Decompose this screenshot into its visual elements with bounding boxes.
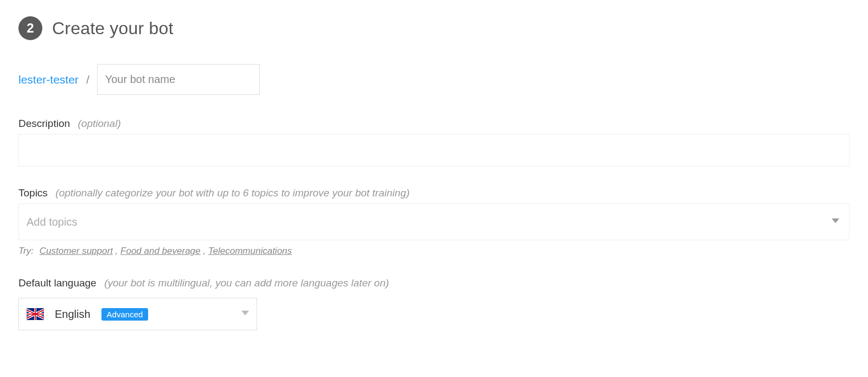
- org-link[interactable]: lester-tester: [18, 73, 79, 86]
- language-label: Default language: [18, 277, 97, 289]
- topic-suggestion[interactable]: Customer support: [40, 246, 113, 256]
- language-hint: (your bot is multilingual, you can add m…: [104, 277, 389, 289]
- description-label: Description: [18, 118, 70, 129]
- topics-select[interactable]: [18, 203, 850, 240]
- language-select[interactable]: English Advanced: [18, 298, 257, 330]
- step-number-badge: 2: [18, 16, 42, 40]
- topics-try-label: Try:: [18, 246, 34, 256]
- topic-suggestion[interactable]: Telecommunications: [208, 246, 292, 256]
- language-selected: English: [55, 308, 91, 321]
- language-badge: Advanced: [101, 308, 149, 321]
- topics-hint: (optionally categorize your bot with up …: [55, 187, 410, 199]
- flag-uk-icon: [27, 308, 44, 320]
- description-hint: (optional): [78, 118, 121, 129]
- topics-label: Topics: [18, 187, 48, 199]
- caret-down-icon[interactable]: [822, 217, 849, 227]
- topics-input[interactable]: [19, 206, 822, 238]
- topic-suggestion[interactable]: Food and beverage: [120, 246, 200, 256]
- bot-name-input[interactable]: [97, 64, 260, 95]
- description-input[interactable]: [18, 134, 850, 167]
- caret-down-icon: [241, 309, 249, 319]
- page-title: Create your bot: [52, 18, 174, 39]
- path-separator: /: [86, 73, 90, 86]
